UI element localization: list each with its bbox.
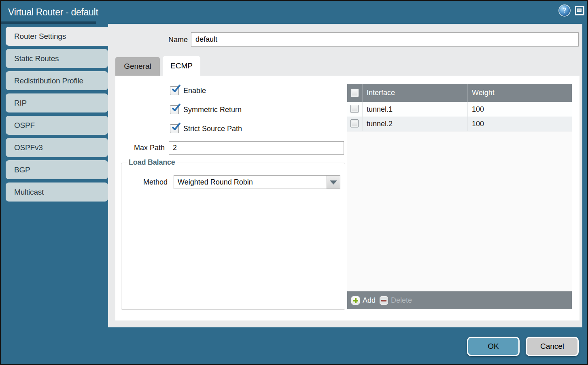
table-row[interactable]: tunnel.2 100 [347,117,572,131]
table-header-row: Interface Weight [347,84,572,102]
interface-table: Interface Weight tunnel.1 100 tunnel.2 1… [347,84,572,309]
row-checkbox-cell [347,117,363,131]
sidebar-item-router-settings[interactable]: Router Settings [6,27,108,46]
table-row[interactable]: tunnel.1 100 [347,102,572,117]
method-label: Method [123,175,168,189]
load-balance-legend: Load Balance [127,158,177,167]
ok-button[interactable]: OK [467,337,520,356]
tab-general[interactable]: General [115,57,160,76]
restore-window-icon-inner [577,8,582,12]
symmetric-return-checkbox[interactable] [170,105,179,114]
help-icon[interactable]: ? [559,5,570,16]
strict-source-path-checkbox[interactable] [170,124,179,133]
name-input[interactable] [191,32,579,47]
column-header-weight[interactable]: Weight [468,84,572,102]
row-checkbox-cell [347,102,363,117]
plus-icon [351,296,360,305]
cell-interface: tunnel.2 [363,117,468,131]
symmetric-return-label: Symmetric Return [183,105,242,114]
sidebar-item-static-routes[interactable]: Static Routes [6,49,108,68]
restore-window-icon[interactable] [575,6,584,15]
tab-ecmp[interactable]: ECMP [163,56,200,76]
sidebar-item-multicast[interactable]: Multicast [6,182,108,202]
max-path-input[interactable] [169,141,344,155]
header-checkbox-cell [347,84,363,102]
minus-icon [380,296,388,305]
strict-source-path-label: Strict Source Path [183,124,242,133]
delete-button[interactable]: Delete [380,296,412,305]
method-dropdown[interactable]: Weighted Round Robin [174,175,340,189]
delete-button-label: Delete [391,296,412,305]
column-header-interface[interactable]: Interface [363,84,468,102]
sidebar-item-redistribution-profile[interactable]: Redistribution Profile [6,71,108,90]
name-label: Name [134,33,188,47]
cancel-button[interactable]: Cancel [526,337,579,356]
add-button[interactable]: Add [351,296,376,305]
sidebar-item-rip[interactable]: RIP [6,93,108,112]
table-empty-area [347,131,572,291]
virtual-router-dialog: Virtual Router - default ? Router Settin… [0,0,588,365]
enable-label: Enable [183,86,206,95]
chevron-down-icon [330,180,337,185]
cell-weight: 100 [468,102,572,117]
sidebar-item-ospfv3[interactable]: OSPFv3 [6,138,108,157]
title-bar: Virtual Router - default ? [1,1,587,24]
enable-checkbox[interactable] [170,86,179,95]
method-selected-value: Weighted Round Robin [174,176,327,189]
sidebar-item-bgp[interactable]: BGP [6,160,108,179]
checkmark-icon [170,84,181,94]
sidebar-item-ospf[interactable]: OSPF [6,116,108,135]
select-all-checkbox[interactable] [350,89,359,97]
dialog-title: Virtual Router - default [8,1,98,23]
load-balance-fieldset: Load Balance Method Weighted Round Robin [121,163,345,310]
method-dropdown-button[interactable] [327,176,340,189]
add-button-label: Add [363,296,376,305]
checkmark-icon [170,103,181,113]
checkmark-icon [170,122,181,132]
cell-weight: 100 [468,117,572,131]
row-checkbox[interactable] [350,119,359,127]
max-path-label: Max Path [114,141,165,155]
interface-grid: Interface Weight tunnel.1 100 tunnel.2 1… [347,84,572,309]
row-checkbox[interactable] [350,105,359,113]
table-footer-bar: Add Delete [347,291,572,309]
titlebar-shadow [1,21,96,24]
cell-interface: tunnel.1 [363,102,468,117]
